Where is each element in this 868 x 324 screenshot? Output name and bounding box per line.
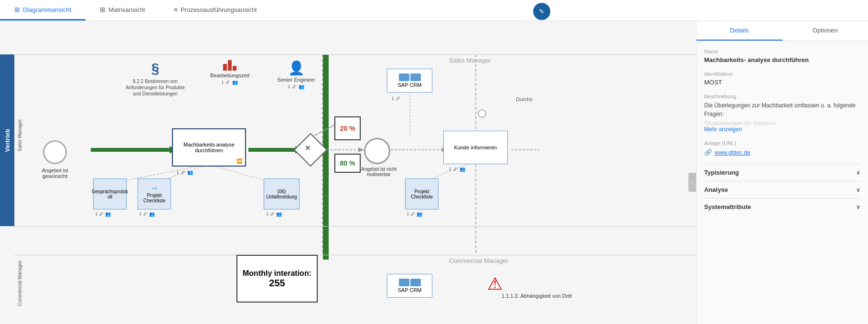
sap-crm-box-top[interactable]: SAP CRM: [387, 69, 432, 93]
gateway-diamond[interactable]: [294, 133, 328, 167]
angebot-label: Angebot ist gewünscht: [31, 167, 79, 179]
systemattribute-label: Systemattribute: [704, 203, 751, 210]
info-pr: ℹ: [407, 211, 409, 217]
section-typisierung[interactable]: Typisierung ∨: [704, 164, 860, 181]
start-circle[interactable]: [43, 140, 67, 164]
projekt-checkliste-doc-left[interactable]: ⇒ Projekt Checkliste: [138, 178, 171, 209]
tab-diagramm[interactable]: ⊞ Diagrammansicht: [0, 0, 86, 21]
info-g: ℹ: [96, 211, 97, 217]
sap-crm-box-bottom[interactable]: SAP CRM: [387, 274, 432, 298]
warning-icon: ⚠: [487, 274, 503, 294]
side-panel-content: Name Machbarkeits- analyse durchführen I…: [697, 41, 868, 324]
clip-mach: 🖇: [181, 170, 185, 175]
svg-marker-8: [358, 147, 364, 152]
sap-rect1: [399, 73, 409, 81]
lane-mid-border: [14, 226, 696, 227]
people-pl: 👥: [149, 211, 155, 217]
people-g: 👥: [105, 211, 111, 217]
durchs-label: Durchs: [516, 96, 533, 102]
info-sap: ℹ: [392, 96, 394, 101]
machbarkeit-box[interactable]: Machbarkeits-analyse durchführen ⏪: [172, 128, 246, 167]
projekt-checkliste2-label: Projekt Checkliste: [406, 189, 438, 199]
kunde-informieren-label: Kunde informieren: [454, 145, 497, 150]
gateway-x: ✕: [305, 144, 311, 152]
people-pr: 👥: [417, 211, 422, 217]
sap-rect2: [410, 73, 421, 81]
name-value: Machbarkeits- analyse durchführen: [704, 56, 860, 63]
sap-rect4: [410, 279, 421, 286]
section-systemattribute[interactable]: Systemattribute ∨: [704, 198, 860, 215]
pct-80-label: 80 %: [340, 159, 355, 167]
tab-options[interactable]: Optionen: [782, 21, 868, 41]
sap-crm-label-bottom: SAP CRM: [398, 287, 422, 293]
info-icon-se: ℹ: [288, 84, 290, 89]
gespraech-doc[interactable]: Gesprächsprotok oll: [93, 178, 127, 209]
clip-icon-b: 🖇: [225, 80, 230, 85]
sales-manager-label-left: Sales Manager: [15, 93, 24, 178]
machbarkeit-label: Machbarkeits-analyse durchführen: [173, 142, 245, 153]
diagram-area[interactable]: Vertrieb Sales Manager Commercial Manage…: [0, 21, 696, 324]
main-layout: Vertrieb Sales Manager Commercial Manage…: [0, 21, 868, 324]
desc-value: Die Überlegungen zur Machbarkeit umfasse…: [704, 101, 860, 118]
senior-engineer-node[interactable]: 👤 Senior Engineer ℹ 🖇 👥: [275, 60, 318, 89]
unfallmeldung-doc[interactable]: (06) Unfallmeldung: [264, 178, 300, 209]
info-mach: ℹ: [177, 170, 179, 175]
side-panel: Details Optionen Name Machbarkeits- anal…: [696, 21, 868, 324]
typisierung-label: Typisierung: [704, 169, 739, 176]
senior-icons: ℹ 🖇 👥: [275, 84, 318, 89]
commercial-manager-label-left: Commercial Manager: [15, 255, 24, 312]
id-value: MOST: [704, 79, 860, 86]
bearbeitungszeit-label: Bearbeitungszeit: [210, 73, 249, 78]
matrix-icon: ⊞: [100, 6, 106, 13]
clip-kunde: 🖇: [453, 167, 458, 172]
angebot-nicht-circle[interactable]: [364, 138, 390, 164]
unfallmeldung-label: (06) Unfallmeldung: [264, 189, 299, 199]
tab-details[interactable]: Details: [697, 21, 782, 41]
arrow-right-icon: ⇒: [152, 185, 157, 192]
people-icon-b: 👥: [232, 80, 238, 85]
paragraph-symbol: § 8.2.2 Bestimmen von Anforderungen für …: [124, 60, 186, 97]
chevron-analyse: ∨: [856, 187, 860, 193]
lane-vertrieb-bar: Vertrieb: [0, 54, 14, 226]
chevron-systemattribute: ∨: [856, 204, 860, 210]
projekt-checkliste-doc-right[interactable]: Projekt Checkliste: [405, 178, 439, 209]
senior-engineer-label: Senior Engineer: [275, 77, 318, 83]
tab-matrix[interactable]: ⊞ Matrixansicht: [86, 0, 160, 21]
anforderungen-text: 8.2.2 Bestimmen von Anforderungen für Pr…: [124, 78, 186, 97]
svg-rect-0: [323, 54, 329, 260]
monthly-box: Monthly interation: 255: [236, 255, 318, 303]
dependency-label: 1.1.1.3. Abhängigkeit von Dritt: [502, 293, 572, 299]
info-pl: ℹ: [139, 211, 141, 217]
people-kunde: 👥: [460, 167, 465, 172]
bearbeitungszeit-node[interactable]: Bearbeitungszeit ℹ 🖇 👥: [210, 60, 249, 85]
commercial-sublabel: Commercial Manager: [17, 261, 22, 306]
bar3: [233, 66, 236, 71]
bar2: [228, 60, 232, 71]
field-name: Name Machbarkeits- analyse durchführen: [704, 49, 860, 63]
bearbeitungszeit-icons: ℹ 🖇 👥: [210, 80, 249, 85]
person-icon: 👤: [275, 60, 318, 76]
people-icon-se: 👥: [299, 84, 304, 89]
section-analyse[interactable]: Analyse ∨: [704, 181, 860, 198]
more-link[interactable]: Mehr anzeigen: [704, 126, 860, 133]
field-attachment: Anlage (URL) 🔗 www.gbtec.de: [704, 140, 860, 156]
sap-crm-label-top: SAP CRM: [398, 82, 422, 88]
gespraech-label: Gesprächsprotok oll: [92, 189, 128, 199]
desc-ellipsis: Ölkalkleistungen der Machines...: [704, 120, 860, 126]
pct-20-box: 20 %: [334, 116, 361, 140]
tab-options-label: Optionen: [813, 27, 838, 34]
top-navigation: ⊞ Diagrammansicht ⊞ Matrixansicht ≡ Proz…: [0, 0, 868, 21]
info-kunde: ℹ: [449, 167, 451, 172]
kunde-informieren-box[interactable]: Kunde informieren: [443, 131, 508, 164]
expand-panel-tab[interactable]: ›: [688, 173, 696, 192]
sales-manager-sublabel: Sales Manager: [17, 119, 22, 151]
attachment-label: Anlage (URL): [704, 140, 860, 146]
small-circle-top: [478, 109, 486, 118]
tab-process[interactable]: ≡ Prozessausführungsansicht: [160, 0, 271, 21]
analyse-label: Analyse: [704, 186, 728, 193]
para-icon: §: [124, 60, 186, 76]
pct-80-box: 80 %: [334, 154, 361, 173]
edit-button[interactable]: ✎: [533, 3, 550, 20]
attachment-link[interactable]: www.gbtec.de: [715, 149, 750, 156]
bar1: [223, 64, 227, 71]
